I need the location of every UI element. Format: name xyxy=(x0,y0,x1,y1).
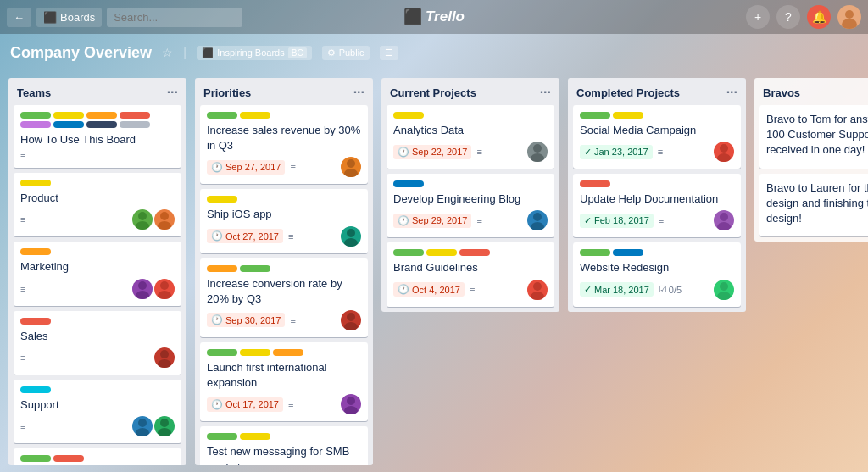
svg-point-21 xyxy=(344,238,358,247)
column-header-priorities: Priorities ··· xyxy=(195,78,373,105)
column-more-teams[interactable]: ··· xyxy=(167,85,178,100)
label-green xyxy=(20,455,51,462)
filter-badge[interactable]: ☰ xyxy=(380,46,398,60)
card-labels xyxy=(580,249,734,256)
card-brand-guidelines[interactable]: Brand Guidelines 🕐 Oct 4, 2017 ≡ xyxy=(387,242,554,306)
star-icon[interactable]: ☆ xyxy=(162,46,173,59)
label-dark xyxy=(86,121,117,128)
card-how-to[interactable]: How To Use This Board ≡ xyxy=(14,105,181,168)
svg-point-7 xyxy=(136,291,149,299)
column-header-completed: Completed Projects ··· xyxy=(568,78,746,105)
svg-point-2 xyxy=(138,212,147,220)
column-more-current[interactable]: ··· xyxy=(540,85,551,100)
label-green xyxy=(207,349,237,356)
desc-icon: ≡ xyxy=(659,215,664,225)
label-red xyxy=(459,249,490,256)
avatar xyxy=(527,280,548,300)
svg-point-30 xyxy=(533,213,542,221)
due-badge: 🕐 Sep 30, 2017 xyxy=(207,313,285,327)
card-support[interactable]: Support ≡ xyxy=(14,380,181,443)
header: ← ⬛ Boards ⬛ Trello + ? 🔔 xyxy=(0,0,868,34)
desc-icon: ≡ xyxy=(476,147,481,157)
card-title: Launch first international expansion xyxy=(207,360,361,391)
clock-icon: 🕐 xyxy=(398,147,409,158)
due-badge: 🕐 Sep 29, 2017 xyxy=(393,214,471,228)
bravo-text-2: Bravo to Lauren for the new design and f… xyxy=(766,180,868,227)
card-labels xyxy=(20,248,175,255)
label-red xyxy=(120,112,150,119)
column-bravos: Bravos ··· Bravo to Tom for answering 10… xyxy=(754,78,868,242)
svg-point-14 xyxy=(160,419,169,427)
card-title: Website Redesign xyxy=(580,260,734,275)
card-update-help[interactable]: Update Help Documentation ✓ Feb 18, 2017… xyxy=(573,174,741,237)
card-marketing[interactable]: Marketing ≡ xyxy=(14,242,181,305)
notification-button[interactable]: 🔔 xyxy=(807,5,831,29)
card-sales[interactable]: Sales ≡ xyxy=(14,311,181,375)
card-title: Increase sales revenue by 30% in Q3 xyxy=(207,123,361,153)
due-badge: 🕐 Oct 17, 2017 xyxy=(207,397,283,412)
card-ship-ios[interactable]: Ship iOS app 🕐 Oct 27, 2017 ≡ xyxy=(200,189,368,253)
search-input[interactable] xyxy=(107,8,242,27)
boards-button[interactable]: ⬛ Boards xyxy=(36,8,102,27)
card-footer: 🕐 Sep 30, 2017 ≡ xyxy=(207,310,361,330)
card-footer: ✓ Mar 18, 2017 ☑ 0/5 xyxy=(580,280,734,300)
column-header-current: Current Projects ··· xyxy=(381,78,559,105)
column-priorities: Priorities ··· Increase sales revenue by… xyxy=(195,78,373,465)
avatar xyxy=(527,210,548,230)
card-increase-conversion[interactable]: Increase conversion rate by 20% by Q3 🕐 … xyxy=(200,258,368,337)
svg-point-3 xyxy=(136,221,149,230)
label-green xyxy=(207,433,237,440)
card-launch-intl[interactable]: Launch first international expansion 🕐 O… xyxy=(200,342,368,421)
card-test-messaging[interactable]: Test new messaging for SMB market ≡ xyxy=(200,426,368,465)
card-eng-blog[interactable]: Develop Engineering Blog 🕐 Sep 29, 2017 … xyxy=(387,174,554,237)
card-title: Update Help Documentation xyxy=(580,192,734,207)
label-orange xyxy=(273,349,303,356)
clock-icon: 🕐 xyxy=(398,215,409,226)
workspace-badge[interactable]: ⬛ Inspiring Boards BC xyxy=(197,46,311,60)
card-avatars xyxy=(341,226,361,247)
svg-point-31 xyxy=(531,222,544,230)
user-avatar[interactable] xyxy=(837,5,861,29)
column-more-completed[interactable]: ··· xyxy=(726,85,737,100)
visibility-badge[interactable]: ⚙ Public xyxy=(322,46,370,60)
card-increase-sales[interactable]: Increase sales revenue by 30% in Q3 🕐 Se… xyxy=(200,105,368,184)
card-people[interactable]: People ≡ xyxy=(14,448,181,465)
card-footer: 🕐 Oct 17, 2017 ≡ xyxy=(207,394,361,414)
column-current-projects: Current Projects ··· Analytics Data 🕐 Se… xyxy=(381,78,559,312)
card-labels xyxy=(20,318,175,325)
due-badge: ✓ Mar 18, 2017 xyxy=(580,282,654,297)
card-bravo-2[interactable]: Bravo to Lauren for the new design and f… xyxy=(760,174,868,237)
column-cards-teams: How To Use This Board ≡ Product ≡ xyxy=(8,105,186,465)
info-button[interactable]: ? xyxy=(776,5,800,29)
card-analytics[interactable]: Analytics Data 🕐 Sep 22, 2017 ≡ xyxy=(387,105,554,169)
label-green xyxy=(207,112,237,119)
label-yellow xyxy=(240,433,270,440)
svg-point-32 xyxy=(533,282,542,291)
card-avatars xyxy=(154,347,175,368)
column-more-priorities[interactable]: ··· xyxy=(353,85,364,100)
desc-icon: ≡ xyxy=(288,231,293,242)
label-yellow xyxy=(53,112,84,119)
avatar xyxy=(527,142,548,162)
card-footer: ≡ xyxy=(20,347,175,368)
card-meta: ✓ Jan 23, 2017 ≡ xyxy=(580,145,663,159)
clock-icon: 🕐 xyxy=(211,230,223,242)
card-meta: 🕐 Sep 22, 2017 ≡ xyxy=(393,145,482,159)
desc-icon: ≡ xyxy=(20,151,25,161)
card-bravo-1[interactable]: Bravo to Tom for answering 100 Customer … xyxy=(760,105,868,169)
label-yellow xyxy=(207,196,237,203)
avatar xyxy=(341,226,361,247)
card-title: Analytics Data xyxy=(393,123,548,138)
card-footer: ≡ xyxy=(20,151,175,161)
clock-icon: 🕐 xyxy=(211,399,223,410)
desc-icon: ≡ xyxy=(20,214,25,225)
desc-icon: ≡ xyxy=(290,315,295,325)
card-social-media[interactable]: Social Media Campaign ✓ Jan 23, 2017 ≡ xyxy=(573,105,741,169)
svg-point-10 xyxy=(160,350,169,358)
back-button[interactable]: ← xyxy=(7,8,31,27)
add-button[interactable]: + xyxy=(746,5,770,29)
card-product[interactable]: Product ≡ xyxy=(14,173,181,236)
clock-icon: 🕐 xyxy=(211,162,223,173)
header-left: ← ⬛ Boards xyxy=(7,8,739,27)
card-website-redesign[interactable]: Website Redesign ✓ Mar 18, 2017 ☑ 0/5 xyxy=(573,242,741,306)
